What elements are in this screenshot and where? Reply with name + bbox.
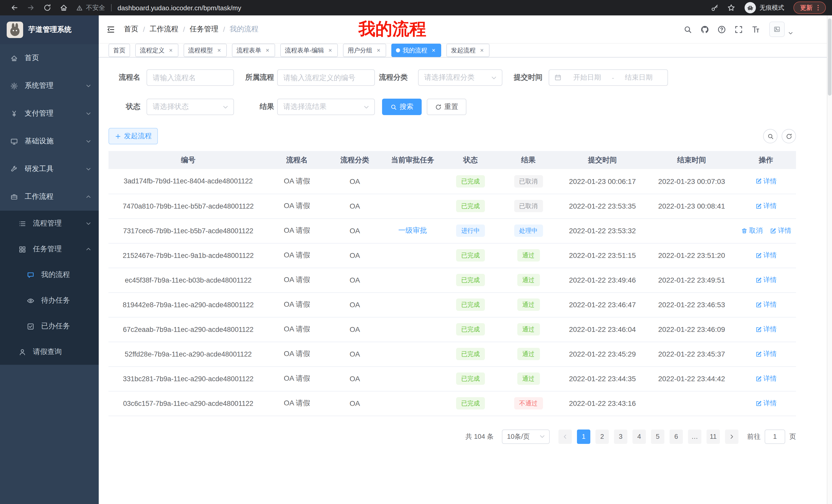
cancel-action-link[interactable]: 取消 [741,226,762,235]
close-tab-icon[interactable] [479,47,485,53]
sidebar-item-home[interactable]: 首页 [0,44,99,72]
sidebar-item-task-management[interactable]: 任务管理 [0,236,99,262]
github-icon[interactable] [700,25,709,34]
tab-start-process[interactable]: 发起流程 [446,44,490,57]
detail-action-link[interactable]: 详情 [770,226,791,235]
browser-reload-icon[interactable] [43,4,51,12]
update-button[interactable]: 更新 [794,2,826,14]
tab-process-form-edit[interactable]: 流程表单-编辑 [280,44,338,57]
refresh-table-button[interactable] [782,129,796,143]
table-toolbar: 发起流程 [108,128,796,144]
user-avatar[interactable] [769,22,785,37]
sidebar-item-my-process[interactable]: 我的流程 [0,262,99,288]
sidebar-toggle-icon[interactable] [106,25,115,34]
create-process-button[interactable]: 发起流程 [108,128,158,144]
detail-action-link[interactable]: 详情 [755,349,777,359]
tab-user-group[interactable]: 用户分组 [343,44,386,57]
detail-action-link[interactable]: 详情 [755,177,777,186]
toggle-search-button[interactable] [763,129,778,143]
status-select[interactable]: 请选择状态 [147,99,234,115]
breadcrumb-home[interactable]: 首页 [124,25,138,34]
cell-category: OA [326,169,384,194]
help-icon[interactable] [717,25,726,34]
avatar-caret-icon[interactable] [788,30,794,36]
current-task-link[interactable]: 一级审批 [398,226,427,234]
page-ellipsis[interactable]: … [688,429,701,444]
detail-action-link[interactable]: 详情 [755,300,777,309]
cell-current-task [384,243,442,268]
close-tab-icon[interactable] [216,47,222,53]
tab-process-model[interactable]: 流程模型 [184,44,227,57]
sidebar-item-infrastructure[interactable]: 基础设施 [0,128,99,155]
cell-id: 67c2eaab-7b9a-11ec-a290-acde48001122 [108,317,268,342]
sidebar-item-done-tasks[interactable]: 已办任务 [0,313,99,339]
bookmark-star-icon[interactable] [727,4,735,12]
password-key-icon[interactable] [711,4,719,12]
detail-action-link[interactable]: 详情 [755,201,777,211]
category-select[interactable]: 请选择流程分类 [418,69,502,86]
app-title: 芋道管理系统 [28,25,72,34]
sidebar-item-leave-query[interactable]: 请假查询 [0,339,99,365]
address-bar[interactable]: 不安全 dashboard.yudao.iocoder.cn/bpm/task/… [76,3,702,12]
end-date-input[interactable]: 结束日期 [615,73,662,82]
sidebar-item-workflow[interactable]: 工作流程 [0,183,99,211]
url-text[interactable]: dashboard.yudao.iocoder.cn/bpm/task/my [118,4,241,11]
page-button-6[interactable]: 6 [670,429,683,444]
header-search-icon[interactable] [683,25,692,34]
result-select[interactable]: 请选择流结果 [277,99,375,115]
close-tab-icon[interactable] [431,47,437,53]
submit-time-range[interactable]: 开始日期 - 结束日期 [549,69,668,86]
cell-end-time [647,391,736,416]
font-size-icon[interactable] [751,25,760,34]
sidebar-item-label: 首页 [25,53,92,63]
tab-home[interactable]: 首页 [108,44,130,57]
close-tab-icon[interactable] [375,47,382,53]
detail-action-link[interactable]: 详情 [755,325,777,334]
browser-forward-icon[interactable] [27,4,35,12]
page-button-4[interactable]: 4 [632,429,646,444]
close-tab-icon[interactable] [264,47,270,53]
page-button-3[interactable]: 3 [614,429,627,444]
page-button-11[interactable]: 11 [706,429,720,444]
page-size-select[interactable]: 10条/页 [502,429,550,444]
security-label[interactable]: 不安全 [86,3,105,12]
chevron-down-icon [85,166,92,172]
tab-my-process[interactable]: 我的流程 [391,44,441,57]
reset-button[interactable]: 重置 [427,99,466,115]
sidebar-item-system[interactable]: 系统管理 [0,72,99,100]
browser-back-icon[interactable] [10,4,19,12]
detail-action-link[interactable]: 详情 [755,275,777,285]
search-button[interactable]: 搜索 [382,99,422,115]
cell-result: 通过 [499,243,557,268]
goto-page-input[interactable] [765,429,785,444]
prev-page-button[interactable] [558,429,572,444]
scrollbar-thumb[interactable] [828,19,831,95]
detail-action-link[interactable]: 详情 [755,399,777,408]
page-button-1[interactable]: 1 [577,429,590,444]
page-button-5[interactable]: 5 [651,429,665,444]
app-logo[interactable]: 芋道管理系统 [0,16,99,44]
start-date-input[interactable]: 开始日期 [564,73,611,82]
browser-home-icon[interactable] [60,4,68,12]
tab-process-definition[interactable]: 流程定义 [135,44,178,57]
browser-menu-icon[interactable] [814,4,822,11]
fullscreen-icon[interactable] [734,25,743,34]
process-id-input[interactable] [277,69,375,86]
close-tab-icon[interactable] [167,47,174,53]
tab-process-form[interactable]: 流程表单 [232,44,275,57]
sidebar-item-payment[interactable]: 支付管理 [0,100,99,128]
next-page-button[interactable] [725,429,738,444]
breadcrumb-task-management[interactable]: 任务管理 [190,25,218,34]
sidebar-item-label: 研发工具 [25,164,85,174]
process-name-input[interactable] [147,69,234,86]
breadcrumb-workflow[interactable]: 工作流程 [150,25,178,34]
detail-action-link[interactable]: 详情 [755,374,777,383]
page-button-2[interactable]: 2 [595,429,609,444]
page-scrollbar[interactable] [827,16,832,504]
sidebar-item-devtools[interactable]: 研发工具 [0,155,99,183]
sidebar-item-process-management[interactable]: 流程管理 [0,211,99,236]
detail-action-link[interactable]: 详情 [755,251,777,260]
close-tab-icon[interactable] [327,47,333,53]
security-warning-icon[interactable] [76,4,83,11]
sidebar-item-todo-tasks[interactable]: 待办任务 [0,288,99,313]
